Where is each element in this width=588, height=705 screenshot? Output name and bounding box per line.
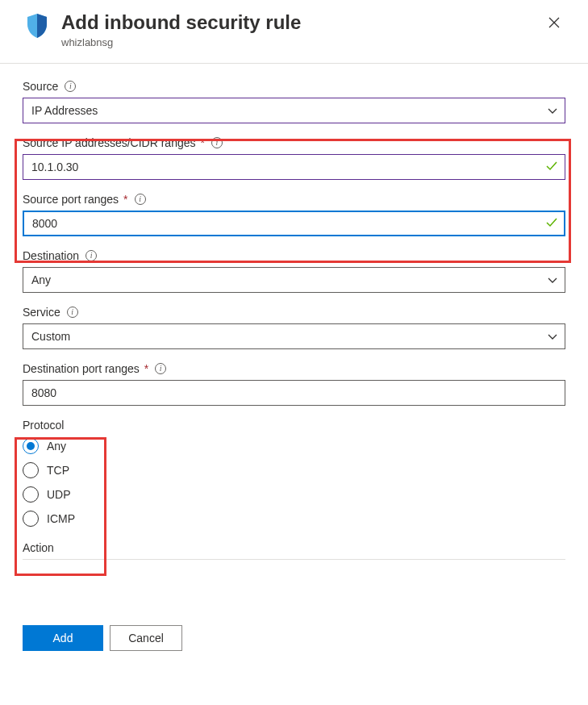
source-port-field-group: Source port ranges * i xyxy=(23,193,565,236)
radio-label: Any xyxy=(47,440,66,453)
protocol-radio-icmp[interactable]: ICMP xyxy=(23,511,565,527)
source-ip-label: Source IP addresses/CIDR ranges xyxy=(23,136,196,149)
page-subtitle: whizlabnsg xyxy=(61,36,543,48)
action-label: Action xyxy=(23,541,54,554)
cancel-button[interactable]: Cancel xyxy=(110,625,182,651)
protocol-label: Protocol xyxy=(23,419,64,432)
source-field-group: Source i IP Addresses xyxy=(23,80,565,123)
page-title: Add inbound security rule xyxy=(61,11,543,35)
add-button[interactable]: Add xyxy=(23,625,103,651)
radio-label: TCP xyxy=(47,464,69,477)
destination-field-group: Destination i Any xyxy=(23,249,565,293)
source-ip-input[interactable] xyxy=(23,154,565,180)
dest-port-input[interactable] xyxy=(23,380,565,406)
protocol-radio-tcp[interactable]: TCP xyxy=(23,462,565,478)
info-icon[interactable]: i xyxy=(135,194,146,205)
service-field-group: Service i Custom xyxy=(23,306,565,349)
source-port-input[interactable] xyxy=(23,211,565,236)
required-indicator: * xyxy=(144,362,148,375)
required-indicator: * xyxy=(201,136,205,149)
destination-select[interactable]: Any xyxy=(23,267,565,293)
source-label: Source xyxy=(23,80,58,93)
radio-icon xyxy=(23,486,39,503)
panel-header: Add inbound security rule whizlabnsg xyxy=(0,0,588,64)
close-button[interactable] xyxy=(543,11,565,34)
info-icon[interactable]: i xyxy=(67,307,78,318)
shield-icon xyxy=(23,11,52,40)
source-port-label: Source port ranges xyxy=(23,193,119,206)
panel-footer: Add Cancel xyxy=(0,612,588,664)
divider xyxy=(23,559,565,560)
protocol-radio-any[interactable]: Any xyxy=(23,438,565,454)
close-icon xyxy=(548,17,560,28)
action-field-group: Action xyxy=(23,541,565,560)
source-select[interactable]: IP Addresses xyxy=(23,98,565,123)
info-icon[interactable]: i xyxy=(211,137,223,148)
dest-port-label: Destination port ranges xyxy=(23,362,140,375)
service-label: Service xyxy=(23,306,60,319)
protocol-radio-udp[interactable]: UDP xyxy=(23,486,565,503)
destination-label: Destination xyxy=(23,249,79,262)
service-select[interactable]: Custom xyxy=(23,323,565,349)
radio-label: ICMP xyxy=(47,512,75,525)
radio-icon xyxy=(23,511,39,527)
info-icon[interactable]: i xyxy=(155,363,166,374)
radio-icon xyxy=(23,462,39,478)
required-indicator: * xyxy=(123,193,127,206)
source-ip-field-group: Source IP addresses/CIDR ranges * i xyxy=(23,136,565,180)
dest-port-field-group: Destination port ranges * i xyxy=(23,362,565,406)
protocol-field-group: Protocol Any TCP UDP ICMP xyxy=(23,419,565,527)
radio-icon-selected xyxy=(23,438,39,454)
info-icon[interactable]: i xyxy=(85,250,97,261)
info-icon[interactable]: i xyxy=(65,81,76,92)
radio-label: UDP xyxy=(47,488,71,501)
